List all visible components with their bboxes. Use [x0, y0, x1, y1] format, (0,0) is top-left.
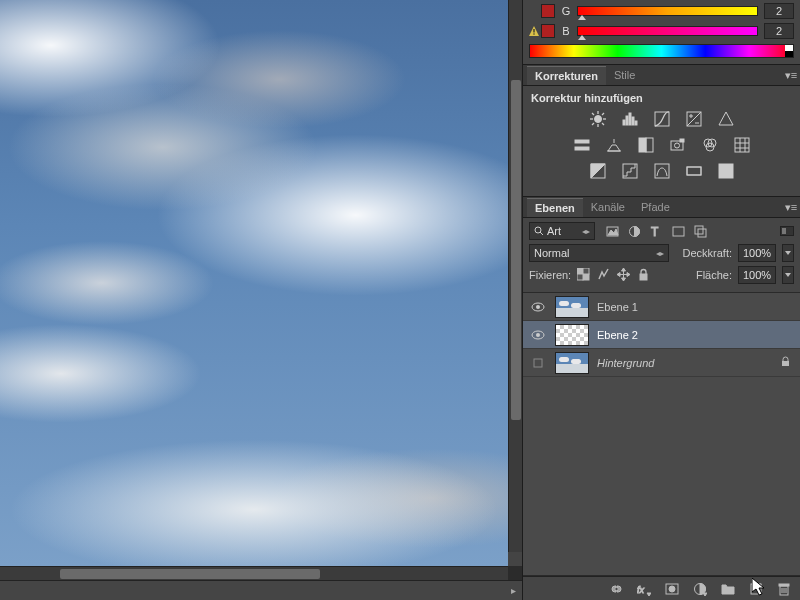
lock-label: Fixieren:: [529, 269, 571, 281]
threshold-icon[interactable]: [653, 162, 671, 180]
color-lookup-icon[interactable]: [733, 136, 751, 154]
layer-thumbnail[interactable]: [555, 324, 589, 346]
layer-mask-icon[interactable]: [664, 581, 680, 597]
visibility-toggle-icon[interactable]: [529, 326, 547, 344]
tab-kanaele[interactable]: Kanäle: [583, 198, 633, 216]
layer-name-label[interactable]: Ebene 1: [597, 301, 794, 313]
lock-image-icon[interactable]: [597, 268, 611, 282]
svg-marker-67: [627, 273, 630, 277]
spectrum-ramp[interactable]: [529, 44, 794, 58]
lock-transparency-icon[interactable]: [577, 268, 591, 282]
layers-panel-menu-icon[interactable]: ▾≡: [782, 201, 800, 214]
tab-pfade[interactable]: Pfade: [633, 198, 678, 216]
svg-point-72: [536, 333, 540, 337]
tab-ebenen[interactable]: Ebenen: [527, 198, 583, 217]
opacity-stepper[interactable]: [782, 244, 794, 262]
value-input-g[interactable]: 2: [764, 3, 794, 19]
levels-icon[interactable]: [621, 110, 639, 128]
svg-line-11: [592, 123, 594, 125]
posterize-icon[interactable]: [621, 162, 639, 180]
visibility-toggle-icon[interactable]: [529, 354, 547, 372]
horizontal-scrollbar-thumb[interactable]: [60, 569, 320, 579]
svg-marker-43: [591, 164, 605, 178]
filter-adjustment-icon[interactable]: [627, 224, 641, 238]
color-balance-icon[interactable]: [605, 136, 623, 154]
layer-toolbar: fx: [523, 576, 800, 600]
layer-row[interactable]: Ebene 1: [523, 293, 800, 321]
vibrance-icon[interactable]: [717, 110, 735, 128]
visibility-toggle-icon[interactable]: [529, 298, 547, 316]
vertical-scrollbar-thumb[interactable]: [511, 80, 521, 420]
adjustments-row-2: [531, 136, 792, 154]
svg-rect-56: [695, 226, 703, 234]
tab-stile[interactable]: Stile: [606, 66, 643, 84]
svg-rect-2: [533, 33, 534, 34]
horizontal-scrollbar[interactable]: [0, 566, 508, 580]
value-input-b[interactable]: 2: [764, 23, 794, 39]
gradient-map-icon[interactable]: [685, 162, 703, 180]
vertical-scrollbar[interactable]: [508, 0, 522, 552]
brightness-contrast-icon[interactable]: [589, 110, 607, 128]
layer-row[interactable]: Ebene 2: [523, 321, 800, 349]
blend-mode-dropdown[interactable]: Normal ◂▸: [529, 244, 669, 262]
layer-effects-icon[interactable]: fx: [636, 581, 652, 597]
svg-rect-55: [673, 227, 684, 236]
opacity-label: Deckkraft:: [682, 247, 732, 259]
tab-korrekturen[interactable]: Korrekturen: [527, 66, 606, 85]
svg-line-10: [602, 113, 604, 115]
swatch-g[interactable]: [541, 4, 555, 18]
color-panel: G 2 B 2: [523, 0, 800, 64]
svg-marker-80: [703, 593, 707, 596]
photo-filter-icon[interactable]: [669, 136, 687, 154]
opacity-value-input[interactable]: 100%: [738, 244, 776, 262]
svg-rect-14: [629, 113, 631, 125]
adjustments-panel-menu-icon[interactable]: ▾≡: [782, 69, 800, 82]
invert-icon[interactable]: [589, 162, 607, 180]
link-layers-icon[interactable]: [608, 581, 624, 597]
swatch-b[interactable]: [541, 24, 555, 38]
slider-g[interactable]: [577, 6, 758, 16]
lock-all-icon[interactable]: [637, 268, 651, 282]
layer-lock-icon[interactable]: [780, 356, 794, 369]
delete-layer-icon[interactable]: [776, 581, 792, 597]
svg-marker-52: [608, 229, 618, 235]
hue-saturation-icon[interactable]: [573, 136, 591, 154]
svg-line-19: [687, 112, 701, 126]
layer-filter-dropdown[interactable]: Art ◂▸: [529, 222, 595, 240]
layer-group-icon[interactable]: [720, 581, 736, 597]
svg-rect-33: [680, 139, 684, 142]
layer-row[interactable]: Hintergrund: [523, 349, 800, 377]
layer-list[interactable]: Ebene 1Ebene 2Hintergrund: [523, 292, 800, 576]
layer-thumbnail[interactable]: [555, 296, 589, 318]
layer-name-label[interactable]: Hintergrund: [597, 357, 772, 369]
svg-rect-30: [646, 138, 653, 152]
channel-mixer-icon[interactable]: [701, 136, 719, 154]
svg-rect-12: [623, 120, 625, 125]
selective-color-icon[interactable]: [717, 162, 735, 180]
status-arrow-icon[interactable]: ▸: [511, 585, 516, 596]
filter-type-icon[interactable]: T: [649, 224, 663, 238]
fill-label: Fläche:: [696, 269, 732, 281]
filter-pixel-icon[interactable]: [605, 224, 619, 238]
svg-rect-86: [779, 584, 789, 586]
layer-name-label[interactable]: Ebene 2: [597, 329, 794, 341]
new-layer-icon[interactable]: [748, 581, 764, 597]
slider-b[interactable]: [577, 26, 758, 36]
svg-text:T: T: [651, 225, 659, 238]
layer-thumbnail[interactable]: [555, 352, 589, 374]
canvas[interactable]: [0, 0, 522, 566]
lock-position-icon[interactable]: [617, 268, 631, 282]
adjustment-layer-icon[interactable]: [692, 581, 708, 597]
svg-marker-65: [622, 278, 626, 281]
svg-rect-16: [635, 121, 637, 125]
exposure-icon[interactable]: [685, 110, 703, 128]
curves-icon[interactable]: [653, 110, 671, 128]
fill-value-input[interactable]: 100%: [738, 266, 776, 284]
fill-stepper[interactable]: [782, 266, 794, 284]
blend-mode-value: Normal: [534, 247, 569, 259]
filter-smartobject-icon[interactable]: [693, 224, 707, 238]
gamut-warning-icon[interactable]: [529, 26, 539, 36]
black-white-icon[interactable]: [637, 136, 655, 154]
layer-filter-toggle[interactable]: [780, 226, 794, 236]
filter-shape-icon[interactable]: [671, 224, 685, 238]
